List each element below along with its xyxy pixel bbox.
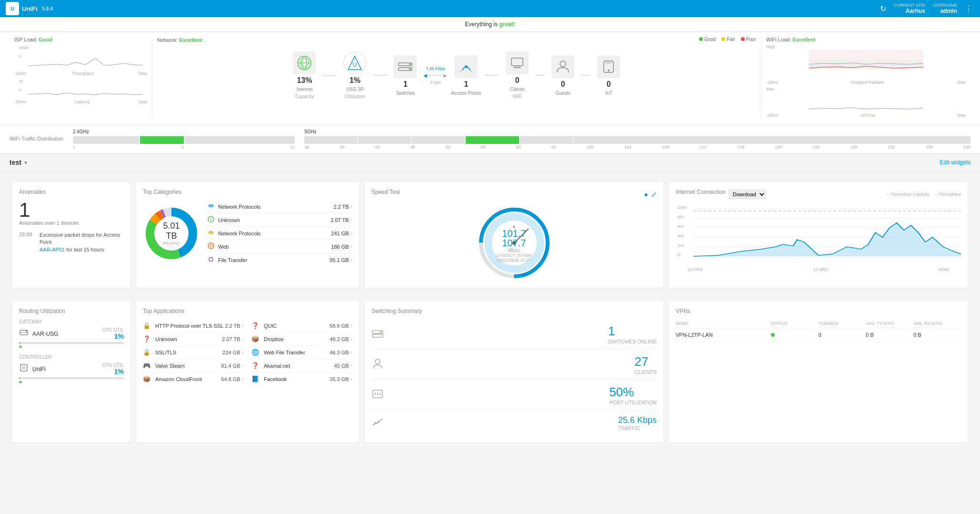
network-legend: Good Fair Poor bbox=[699, 37, 756, 42]
refresh-icon[interactable]: ↻ bbox=[880, 4, 886, 13]
cat-val-2: 241 GB bbox=[331, 231, 349, 236]
donut-svg bbox=[143, 205, 200, 262]
wifi-distribution-section: WiFi Traffic Distribution 2.4GHz 1 6 11 … bbox=[0, 125, 980, 154]
guests-label: Guests bbox=[555, 91, 570, 96]
connector-5 bbox=[581, 75, 590, 76]
speed-down: 7.45 Kbps bbox=[426, 66, 445, 71]
cat-name-2: Network Protocols bbox=[218, 231, 260, 236]
top-navigation: U UniFi 5.9.4 ↻ CURRENT SITE Aarhus USER… bbox=[0, 0, 980, 17]
band-5-label: 5GHz bbox=[304, 129, 970, 134]
cat-name-1: Unknown bbox=[218, 217, 240, 223]
routing-widget: Routing Utilization GATEWAY AAR-USG CPU … bbox=[12, 301, 130, 443]
network-title: Network: Excellent bbox=[157, 37, 202, 43]
app-right-3[interactable]: ❓ Akamai.net 45 GB › bbox=[251, 359, 352, 373]
app-name-l4: Amazon CloudFront bbox=[155, 376, 202, 382]
app-val-r3: 45 GB bbox=[334, 363, 349, 369]
svg-text:0: 0 bbox=[677, 253, 680, 257]
vpn-row-0[interactable]: VPN-L2TP-LAN 0 0 B 0 B bbox=[676, 328, 961, 342]
svg-text:80: 80 bbox=[677, 215, 684, 219]
app-right-2[interactable]: 🌐 Web File Transfer 46.3 GB › bbox=[251, 346, 352, 359]
category-item-0[interactable]: Network Protocols 2.2 TB › bbox=[208, 200, 352, 213]
app-right-4[interactable]: 📘 Facebook 35.3 GB › bbox=[251, 373, 352, 385]
app-version: 5.9.4 bbox=[42, 6, 53, 11]
category-item-1[interactable]: Unknown 2.07 TB › bbox=[208, 213, 352, 227]
topo-guests: 0 Guests bbox=[549, 55, 577, 96]
speed-connector: 7.45 Kbps ◀ ▶ 0 bps bbox=[423, 66, 447, 85]
anomaly-count: 1 bbox=[19, 200, 124, 220]
traffic-row: 25.6 Kbps TRAFFIC bbox=[371, 411, 657, 436]
topo-isp: 13% Internet Capacity bbox=[290, 51, 319, 99]
cat-icon-2 bbox=[208, 229, 214, 237]
donut-container: 5.01 TB TRAFFIC Network Protocols 2.2 TB… bbox=[143, 200, 352, 266]
edit-widgets-button[interactable]: Edit widgets bbox=[940, 159, 970, 166]
app-right-1[interactable]: 📦 Dropbox 48.3 GB › bbox=[251, 333, 352, 346]
category-item-2[interactable]: Network Protocols 241 GB › bbox=[208, 227, 352, 240]
anomaly-item: 22:00 Excessive packet drops for Access … bbox=[19, 232, 124, 253]
app-icon-l0: 🔒 bbox=[143, 322, 151, 329]
inet-header: Internet Connection Download -- Theoreti… bbox=[676, 189, 961, 200]
app-name-r2: Web File Transfer bbox=[264, 350, 305, 355]
app-left-1[interactable]: ❓ Unknown 2.07 TB › bbox=[143, 333, 244, 346]
clients-val: 27 bbox=[635, 354, 657, 369]
vpn-table-headers: NAME STATUS TUNNELS AVG. TX DATA AVG. RX… bbox=[676, 319, 961, 328]
app-left-4[interactable]: 📦 Amazon CloudFront 64.8 GB › bbox=[143, 373, 244, 385]
svg-text:60: 60 bbox=[677, 224, 684, 229]
svg-text:40: 40 bbox=[677, 234, 684, 238]
cat-icon-4 bbox=[208, 256, 214, 264]
network-topology: 13% Internet Capacity U 1% USG 3P Utiliz… bbox=[157, 47, 756, 104]
svg-rect-62 bbox=[20, 364, 27, 371]
isp-throughput-chart: 500M 0 bbox=[14, 44, 147, 71]
status-bar: Everything is great! bbox=[0, 17, 980, 32]
app-right-0[interactable]: ❓ QUIC 56.6 GB › bbox=[251, 319, 352, 333]
speed-test-widget: Speed Test ● ⤢ ▲ 101.7 107.7 bbox=[365, 182, 663, 288]
app-val-r2: 46.3 GB bbox=[330, 350, 349, 355]
top-categories-title: Top Categories bbox=[143, 189, 352, 195]
user-label: USERNAME bbox=[933, 3, 957, 8]
svg-point-17 bbox=[560, 61, 566, 67]
app-logo: U UniFi 5.9.4 bbox=[6, 2, 53, 15]
gateway-progress bbox=[19, 342, 124, 344]
vpn-tunnels-0: 0 bbox=[819, 332, 866, 338]
speed-up: 0 bps bbox=[430, 80, 440, 85]
inet-x-labels: 24 HRS 12 HRS NOW bbox=[676, 267, 961, 272]
airtime-chart bbox=[766, 92, 966, 111]
internet-connection-widget: Internet Connection Download -- Theoreti… bbox=[669, 182, 968, 288]
usg-sublabel: Utilization bbox=[345, 94, 365, 99]
logo-icon: U bbox=[6, 2, 19, 15]
anomaly-link[interactable]: AAR-AP01 bbox=[40, 247, 65, 252]
cat-val-4: 95.1 GB bbox=[330, 257, 349, 263]
app-val-l4: 64.8 GB bbox=[221, 376, 240, 382]
anomalies-widget: Anomalies 1 Anomalies over 1 devices 22:… bbox=[12, 182, 130, 288]
latency-unit: msec bbox=[522, 253, 533, 258]
app-val-l3: 81.4 GB bbox=[221, 363, 240, 369]
category-item-3[interactable]: Web 186 GB › bbox=[208, 240, 352, 253]
app-left-0[interactable]: 🔒 HTTP Protocol over TLS SSL 2.2 TB › bbox=[143, 319, 244, 333]
category-item-4[interactable]: File Transfer 95.1 GB › bbox=[208, 253, 352, 266]
app-icon-r0: ❓ bbox=[251, 322, 260, 329]
throughput-labels: -24hrs Throughput Now bbox=[14, 71, 147, 76]
speedtest-external-icon[interactable]: ⤢ bbox=[651, 191, 657, 198]
app-left-2[interactable]: 🔒 SSL/TLS 224 GB › bbox=[143, 346, 244, 359]
controller-icon bbox=[19, 363, 29, 375]
app-name-r0: QUIC bbox=[264, 323, 277, 329]
user-selector[interactable]: USERNAME admin bbox=[933, 3, 957, 14]
anomaly-text: Excessive packet drops for Access Point … bbox=[40, 232, 124, 253]
app-icon-r3: ❓ bbox=[251, 362, 260, 369]
more-options-icon[interactable]: ⋮ bbox=[965, 4, 972, 13]
controller-label: CONTROLLER bbox=[19, 354, 124, 360]
speedtest-refresh-icon[interactable]: ● bbox=[644, 191, 648, 198]
dashboard-title[interactable]: test ▼ bbox=[10, 159, 28, 166]
svg-text:20: 20 bbox=[677, 243, 684, 248]
inet-mode-select[interactable]: Download bbox=[729, 190, 766, 199]
connector-1 bbox=[322, 74, 337, 76]
app-name-r4: Facebook bbox=[264, 376, 287, 382]
speed-upload: 107.7 bbox=[496, 238, 532, 248]
wifi-band-5: 5GHz 36 40 44 48 52 56 60 64 100 104 bbox=[304, 129, 970, 150]
site-selector[interactable]: CURRENT SITE Aarhus bbox=[894, 3, 925, 14]
ap-label: Access Points bbox=[451, 91, 481, 96]
app-left-3[interactable]: 🎮 Valve Steam 81.4 GB › bbox=[143, 359, 244, 373]
cat-val-0: 2.2 TB bbox=[333, 204, 349, 210]
widgets-row-1: Anomalies 1 Anomalies over 1 devices 22:… bbox=[0, 171, 980, 298]
title-caret: ▼ bbox=[23, 160, 28, 165]
svg-point-68 bbox=[375, 359, 380, 364]
